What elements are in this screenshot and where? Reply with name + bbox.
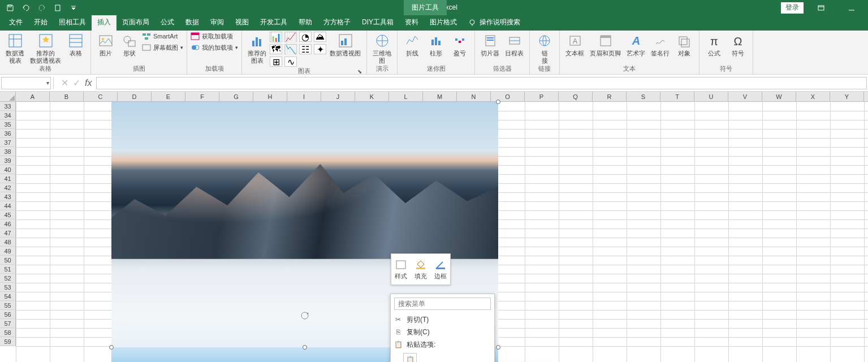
timeline-button[interactable]: 日程表	[503, 32, 526, 57]
col-header[interactable]: E	[152, 92, 185, 101]
row-header[interactable]: 53	[0, 283, 16, 292]
col-header[interactable]: V	[728, 92, 762, 101]
col-header[interactable]: I	[287, 92, 321, 101]
row-header[interactable]: 50	[0, 256, 16, 265]
fx-icon[interactable]: fx	[85, 78, 92, 88]
tab-file[interactable]: 文件	[3, 14, 28, 31]
slicer-button[interactable]: 切片器	[478, 32, 502, 57]
col-header[interactable]: Q	[559, 92, 593, 101]
row-header[interactable]: 59	[0, 337, 16, 346]
col-header[interactable]: L	[389, 92, 423, 101]
get-addins-button[interactable]: 获取加载项	[191, 32, 238, 41]
col-header[interactable]: J	[321, 92, 355, 101]
name-box[interactable]: ▾	[1, 77, 51, 89]
row-header[interactable]: 46	[0, 219, 16, 229]
row-header[interactable]: 42	[0, 183, 16, 192]
col-header[interactable]: B	[50, 92, 84, 101]
col-header[interactable]: G	[219, 92, 253, 101]
tab-ffgz[interactable]: 方方格子	[318, 14, 356, 31]
col-header[interactable]: X	[796, 92, 830, 101]
tell-me-search[interactable]: 操作说明搜索	[463, 14, 526, 31]
recommended-charts-button[interactable]: 推荐的 图表	[245, 32, 269, 64]
new-file-icon[interactable]	[51, 2, 64, 14]
tab-layout[interactable]: 页面布局	[116, 14, 155, 31]
symbol-button[interactable]: Ω符号	[727, 32, 749, 57]
table-button[interactable]: 表格	[64, 32, 87, 57]
rotate-handle-icon[interactable]	[300, 311, 309, 320]
col-header[interactable]: A	[16, 92, 50, 101]
redo-icon[interactable]	[35, 2, 49, 14]
textbox-button[interactable]: A文本框	[563, 32, 586, 57]
row-header[interactable]: 40	[0, 165, 16, 174]
ribbon-display-options-icon[interactable]	[808, 0, 834, 15]
select-all-corner[interactable]	[0, 92, 16, 102]
col-header[interactable]: F	[185, 92, 219, 101]
chart-gallery[interactable]: 📊📈◔⛰ 🗺📉☷✦ ⊞∿	[270, 32, 326, 67]
my-addins-button[interactable]: 我的加载项▾	[191, 43, 238, 52]
tab-picture-format[interactable]: 图片格式	[424, 14, 463, 31]
recommended-pivot-button[interactable]: 推荐的 数据透视表	[28, 32, 63, 64]
paste-option-icon[interactable]: 📋	[403, 353, 417, 362]
tab-review[interactable]: 审阅	[205, 14, 230, 31]
tab-developer[interactable]: 开发工具	[254, 14, 293, 31]
mini-fill-button[interactable]: 填充	[411, 254, 431, 285]
picture-button[interactable]: 图片	[94, 32, 117, 57]
tab-camera[interactable]: 照相工具	[53, 14, 92, 31]
tab-insert[interactable]: 插入	[92, 14, 116, 31]
mini-style-button[interactable]: 样式	[391, 254, 411, 285]
row-header[interactable]: 34	[0, 111, 16, 120]
row-header[interactable]: 41	[0, 174, 16, 183]
link-button[interactable]: 链 接	[533, 32, 556, 64]
row-header[interactable]: 58	[0, 328, 16, 337]
menu-search[interactable]	[394, 298, 491, 310]
formula-input[interactable]	[96, 77, 867, 89]
row-header[interactable]: 44	[0, 201, 16, 210]
minimize-icon[interactable]	[839, 0, 865, 15]
signature-button[interactable]: 签名行	[649, 32, 672, 57]
row-header[interactable]: 48	[0, 238, 16, 247]
contextual-tab-label[interactable]: 图片工具	[404, 0, 447, 15]
row-header[interactable]: 49	[0, 247, 16, 256]
row-header[interactable]: 35	[0, 120, 16, 129]
col-header[interactable]: R	[593, 92, 627, 101]
object-button[interactable]: 对象	[673, 32, 696, 57]
sparkline-col-button[interactable]: 柱形	[425, 32, 447, 57]
row-header[interactable]: 55	[0, 301, 16, 310]
undo-icon[interactable]	[19, 2, 33, 14]
screenshot-button[interactable]: 屏幕截图▾	[142, 43, 183, 52]
row-header[interactable]: 33	[0, 102, 16, 111]
login-button[interactable]: 登录	[781, 2, 804, 14]
col-header[interactable]: D	[118, 92, 152, 101]
enter-icon[interactable]: ✓	[73, 77, 80, 88]
mini-border-button[interactable]: 边框	[430, 254, 450, 285]
tab-view[interactable]: 视图	[230, 14, 254, 31]
sparkline-winloss-button[interactable]: 盈亏	[448, 32, 471, 57]
pivotchart-button[interactable]: 数据透视图	[327, 32, 363, 57]
row-header[interactable]: 57	[0, 319, 16, 328]
column-headers[interactable]: ABCDEFGHIJKLMNOPQRSTUVWXY	[16, 92, 868, 102]
qat-customize-icon[interactable]	[67, 2, 80, 14]
row-header[interactable]: 52	[0, 274, 16, 283]
menu-cut[interactable]: ✂剪切(T)	[391, 313, 494, 326]
shapes-button[interactable]: 形状	[118, 32, 141, 57]
row-header[interactable]: 37	[0, 138, 16, 147]
tab-data[interactable]: 数据	[180, 14, 205, 31]
col-header[interactable]: S	[627, 92, 660, 101]
tab-help[interactable]: 帮助	[293, 14, 318, 31]
row-header[interactable]: 51	[0, 265, 16, 274]
col-header[interactable]: Y	[830, 92, 864, 101]
3dmap-button[interactable]: 三维地 图	[370, 32, 394, 64]
pivot-table-button[interactable]: 数据透 视表	[3, 32, 27, 64]
charts-launcher-icon[interactable]: ⬊	[356, 68, 363, 75]
col-header[interactable]: N	[457, 92, 491, 101]
col-header[interactable]: U	[694, 92, 728, 101]
menu-paste-options[interactable]: 📋	[391, 351, 494, 362]
row-header[interactable]: 47	[0, 229, 16, 238]
tab-home[interactable]: 开始	[28, 14, 53, 31]
row-header[interactable]: 38	[0, 147, 16, 156]
wordart-button[interactable]: A艺术字	[624, 32, 647, 57]
col-header[interactable]: C	[84, 92, 118, 101]
col-header[interactable]: P	[525, 92, 559, 101]
sparkline-line-button[interactable]: 折线	[401, 32, 424, 57]
col-header[interactable]: W	[762, 92, 796, 101]
